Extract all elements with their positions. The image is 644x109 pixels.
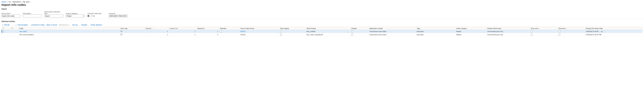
col-stop-unit[interactable]: Stop unit e…	[530, 27, 558, 30]
section-heading-selected: Selected entities	[2, 20, 642, 22]
add-template-button[interactable]: ＋Add template⌄	[15, 24, 30, 26]
truncate-value: No	[92, 15, 94, 17]
remove-entity-button[interactable]: 🗑Remove entity	[31, 24, 44, 26]
entities-grid: ⟳ Entity View map Executi…↑ Level in ex……	[2, 27, 642, 36]
col-disable[interactable]: Disable	[350, 27, 368, 30]
sort-asc-icon: ↑	[152, 28, 154, 29]
col-refresh-type[interactable]: Default refresh type	[486, 27, 530, 30]
clock-icon[interactable]: 🕓	[603, 31, 604, 32]
col-refresh[interactable]: ⟳	[10, 27, 18, 30]
chevron-down-icon[interactable]: ⌄	[527, 31, 528, 32]
cell-view-map[interactable]	[120, 33, 145, 36]
cell-stop-unit[interactable]	[530, 30, 558, 33]
cell-select[interactable]	[2, 33, 10, 36]
page-title: Import info codes	[2, 3, 642, 6]
cell-level[interactable]: 1	[169, 30, 196, 33]
checkbox-icon[interactable]	[558, 30, 560, 32]
cell-sheet[interactable]: Info_codes$⌄	[306, 30, 350, 33]
cell-disable[interactable]	[350, 30, 368, 33]
view-map-icon[interactable]	[120, 34, 122, 35]
col-sequence[interactable]: Sequence	[196, 27, 219, 30]
resequence-button[interactable]: Resequence⌄	[59, 24, 70, 26]
col-exec-unit[interactable]: Executi…↑	[145, 27, 169, 30]
add-file-button[interactable]: ＋Add file⌄	[2, 24, 12, 26]
col-tags[interactable]: Tags	[416, 27, 455, 30]
cell-level[interactable]: 1	[169, 33, 196, 36]
checkbox-icon[interactable]	[531, 30, 532, 32]
view-map-icon[interactable]	[120, 30, 122, 32]
open-in-excel-button[interactable]: Open in Excel	[46, 24, 57, 26]
cell-view-map[interactable]	[120, 30, 145, 33]
description-input[interactable]	[23, 14, 42, 18]
cell-refresh[interactable]: Incremental push only⌄	[486, 30, 530, 33]
chevron-down-icon: ⌄	[29, 1, 31, 3]
chevron-down-icon: ⌄	[88, 24, 89, 26]
col-expiry[interactable]: Sample File Expiry Date	[585, 27, 642, 30]
cell-disable[interactable]	[350, 33, 368, 36]
cell-skip[interactable]	[279, 33, 306, 36]
cell-marker	[10, 33, 18, 36]
checkbox-icon[interactable]	[531, 34, 532, 36]
checkbox-icon[interactable]	[351, 34, 353, 36]
cell-stop-level[interactable]	[558, 30, 585, 33]
cell-stop-level[interactable]	[558, 33, 585, 36]
col-entity-cat[interactable]: Entity category	[456, 27, 486, 30]
col-source[interactable]: Source data format	[240, 27, 279, 30]
table-row[interactable]: Info code translation112EXCELInfo_code_t…	[2, 33, 642, 36]
col-skip[interactable]: Skip staging	[279, 27, 306, 30]
cell-sequence[interactable]: 2	[196, 33, 219, 36]
col-select[interactable]	[2, 27, 10, 30]
col-obsolete[interactable]: Obsolete	[219, 27, 240, 30]
col-entity[interactable]: Entity	[18, 27, 120, 30]
entity-name[interactable]: Info codes	[20, 30, 27, 32]
cell-obsolete[interactable]	[219, 30, 240, 33]
col-stop-level[interactable]: Stop level …	[558, 27, 585, 30]
checkbox-icon[interactable]	[220, 30, 222, 32]
cell-refresh[interactable]: Incremental push only	[486, 33, 530, 36]
cell-marker	[10, 30, 18, 33]
cell-obsolete[interactable]	[219, 33, 240, 36]
cell-stop-unit[interactable]	[530, 33, 558, 36]
cell-source[interactable]: EXCEL	[240, 33, 279, 36]
group-name-input[interactable]	[2, 14, 20, 18]
cell-sequence[interactable]: 1	[196, 30, 219, 33]
col-view-map[interactable]: View map	[120, 27, 145, 30]
col-level[interactable]: Level in ex…	[169, 27, 196, 30]
checkbox-icon[interactable]	[558, 34, 560, 36]
cell-entity[interactable]: Info code translation	[18, 33, 120, 36]
sort-by-button[interactable]: Sort by⌄	[72, 24, 80, 26]
col-sheet[interactable]: Sheet lookup	[306, 27, 350, 30]
cell-select[interactable]	[2, 30, 10, 33]
entity-name[interactable]: Info code translation	[20, 34, 34, 36]
col-app[interactable]: Application module	[368, 27, 416, 30]
calendar-icon[interactable]: ▦	[601, 31, 602, 32]
table-row[interactable]: Info codes111EXCEL⌄Info_codes$⌄Transacti…	[2, 30, 642, 33]
chevron-down-icon[interactable]: ⌄	[348, 31, 349, 32]
cell-exec-unit[interactable]: 1	[145, 30, 169, 33]
label-operation-type: Data project operation type	[44, 11, 63, 14]
cell-expiry[interactable]: 1/24/2025 5:43:47 PM	[585, 33, 642, 36]
truncate-toggle[interactable]	[87, 15, 92, 17]
chevron-down-icon[interactable]: ⌄	[276, 31, 278, 32]
project-category-select[interactable]: Project	[66, 14, 85, 18]
radio-icon[interactable]	[2, 30, 4, 32]
cell-expiry[interactable]: 1/24/2025 5:43:30 … ▦ 🕓	[585, 30, 642, 33]
chevron-down-icon: ⌄	[69, 24, 70, 26]
svg-rect-1	[120, 34, 122, 35]
entity-attribute-button[interactable]: Entity attribute	[91, 24, 102, 26]
breadcrumb-view[interactable]: My view⌄	[23, 1, 31, 3]
cell-sheet[interactable]: Info_code_translation$	[306, 33, 350, 36]
cell-source[interactable]: EXCEL⌄	[240, 30, 279, 33]
group-id-input[interactable]	[109, 14, 128, 18]
checkbox-icon[interactable]	[280, 34, 282, 36]
grid-header-row: ⟳ Entity View map Executi…↑ Level in ex……	[2, 27, 642, 30]
checkbox-icon[interactable]	[351, 30, 353, 32]
breadcrumb-sep: |	[7, 1, 8, 3]
cell-skip[interactable]	[279, 30, 306, 33]
disable-button[interactable]: Disable⌄	[82, 24, 89, 26]
breadcrumb-link-import[interactable]: Import	[2, 1, 6, 3]
operation-type-input[interactable]	[44, 14, 63, 18]
checkbox-icon[interactable]	[280, 30, 282, 32]
cell-entity[interactable]: Info codes	[18, 30, 120, 33]
cell-exec-unit[interactable]: 1	[145, 33, 169, 36]
